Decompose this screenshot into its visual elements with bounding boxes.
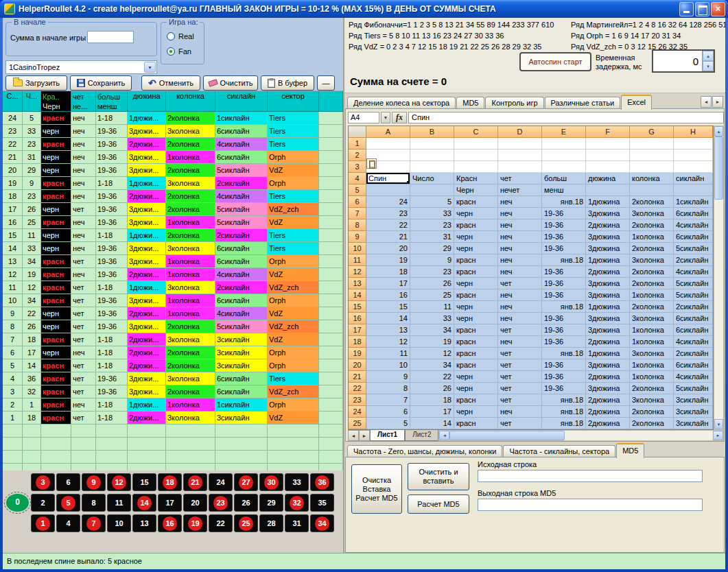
close-button[interactable]: × xyxy=(711,2,725,16)
cell-B4[interactable]: Число xyxy=(410,173,454,184)
cell-D2[interactable] xyxy=(498,150,542,161)
cell-F11[interactable]: 1дюжина xyxy=(586,254,630,266)
cell-D8[interactable]: неч xyxy=(498,219,542,231)
cell-C15[interactable]: черн xyxy=(454,301,498,313)
cell-A11[interactable]: 19 xyxy=(366,254,410,266)
sheet-tab-лист1[interactable]: Лист1 xyxy=(370,430,405,441)
cell-C11[interactable]: красн xyxy=(454,254,498,266)
cell-G15[interactable]: 2колонка xyxy=(630,301,674,313)
cell-H2[interactable] xyxy=(674,150,713,161)
load-button[interactable]: Загрузить xyxy=(5,75,67,91)
start-sum-input[interactable] xyxy=(87,31,134,43)
row-header-13[interactable]: 13 xyxy=(349,278,366,289)
board-cell-15[interactable]: 15 xyxy=(132,473,156,491)
cell-A5[interactable] xyxy=(366,184,410,196)
cell-D22[interactable]: чет xyxy=(498,383,542,394)
row-header-20[interactable]: 20 xyxy=(349,359,366,371)
scroll-right-icon[interactable]: ► xyxy=(713,431,723,440)
tab-excel[interactable]: Excel xyxy=(621,95,652,110)
cell-A20[interactable]: 10 xyxy=(366,359,410,371)
cell-B15[interactable]: 11 xyxy=(410,301,454,313)
cell-H8[interactable]: 4сиклайн xyxy=(674,219,713,231)
board-cell-1[interactable]: 1 xyxy=(31,514,55,532)
cell-F17[interactable]: 3дюжина xyxy=(586,324,630,336)
casino-select[interactable]: 1CasinoTropez ▼ xyxy=(5,60,157,74)
column-header-D[interactable]: D xyxy=(498,126,542,138)
cell-G4[interactable]: колонка xyxy=(630,173,674,184)
cell-E16[interactable]: 19-36 xyxy=(542,313,586,324)
row-header-15[interactable]: 15 xyxy=(349,301,366,313)
row-header-14[interactable]: 14 xyxy=(349,289,366,301)
cell-H11[interactable]: 2сиклайн xyxy=(674,254,713,266)
cell-D20[interactable]: чет xyxy=(498,359,542,371)
cell-G1[interactable] xyxy=(630,138,674,150)
cell-H14[interactable]: 5сиклайн xyxy=(674,289,713,301)
cell-B18[interactable]: 19 xyxy=(410,336,454,348)
column-header-B[interactable]: B xyxy=(410,126,454,138)
cell-B3[interactable] xyxy=(410,161,454,173)
cell-D1[interactable] xyxy=(498,138,542,150)
tab-scroll-left-icon[interactable]: ◄ xyxy=(701,96,712,108)
cell-H5[interactable] xyxy=(674,184,713,196)
board-cell-24[interactable]: 24 xyxy=(209,473,233,491)
cell-A1[interactable] xyxy=(366,138,410,150)
cell-A14[interactable]: 16 xyxy=(366,289,410,301)
cell-A13[interactable]: 17 xyxy=(366,278,410,289)
cell-F7[interactable]: 3дюжина xyxy=(586,208,630,219)
row-header-10[interactable]: 10 xyxy=(349,243,366,254)
cell-B11[interactable]: 9 xyxy=(410,254,454,266)
cell-H25[interactable]: 3сиклайн xyxy=(674,418,713,429)
cell-D24[interactable]: неч xyxy=(498,406,542,418)
board-cell-31[interactable]: 31 xyxy=(285,514,309,532)
cell-B24[interactable]: 17 xyxy=(410,406,454,418)
cell-G19[interactable]: 3колонка xyxy=(630,348,674,359)
cell-G3[interactable] xyxy=(630,161,674,173)
cell-F20[interactable]: 3дюжина xyxy=(586,359,630,371)
h-scroll-track[interactable] xyxy=(565,431,713,440)
cell-B23[interactable]: 18 xyxy=(410,394,454,406)
clear-button[interactable]: Очистить xyxy=(203,75,258,91)
cell-C17[interactable]: красн xyxy=(454,324,498,336)
board-cell-33[interactable]: 33 xyxy=(285,473,309,491)
cell-E2[interactable] xyxy=(542,150,586,161)
cell-A17[interactable]: 13 xyxy=(366,324,410,336)
cell-E14[interactable]: 19-36 xyxy=(542,289,586,301)
cell-C24[interactable]: черн xyxy=(454,406,498,418)
cell-F25[interactable]: 2дюжина xyxy=(586,418,630,429)
cell-E12[interactable]: 19-36 xyxy=(542,266,586,278)
cell-E3[interactable] xyxy=(542,161,586,173)
cell-D7[interactable]: неч xyxy=(498,208,542,219)
cell-H6[interactable]: 1сиклайн xyxy=(674,196,713,208)
cell-H24[interactable]: 3сиклайн xyxy=(674,406,713,418)
sheet-nav-left-icon[interactable]: ◄ xyxy=(348,430,359,441)
cell-A15[interactable]: 15 xyxy=(366,301,410,313)
row-header-2[interactable]: 2 xyxy=(349,150,366,161)
row-header-4[interactable]: 4 xyxy=(349,173,366,184)
board-cell-2[interactable]: 2 xyxy=(31,494,55,512)
column-header-C[interactable]: C xyxy=(454,126,498,138)
cell-A25[interactable]: 5 xyxy=(366,418,410,429)
cell-H20[interactable]: 6сиклайн xyxy=(674,359,713,371)
cell-E13[interactable]: 19-36 xyxy=(542,278,586,289)
cell-C7[interactable]: черн xyxy=(454,208,498,219)
cell-F24[interactable]: 2дюжина xyxy=(586,406,630,418)
cell-A16[interactable]: 14 xyxy=(366,313,410,324)
cell-B13[interactable]: 26 xyxy=(410,278,454,289)
dropdown-arrow-icon[interactable]: ▼ xyxy=(144,62,156,73)
cell-E18[interactable]: 19-36 xyxy=(542,336,586,348)
board-cell-3[interactable]: 3 xyxy=(31,473,55,491)
cell-B8[interactable]: 23 xyxy=(410,219,454,231)
cell-H10[interactable]: 5сиклайн xyxy=(674,243,713,254)
cell-C25[interactable]: красн xyxy=(454,418,498,429)
board-cell-4[interactable]: 4 xyxy=(56,514,80,532)
board-cell-18[interactable]: 18 xyxy=(158,473,182,491)
cell-B14[interactable]: 25 xyxy=(410,289,454,301)
cell-G8[interactable]: 2колонка xyxy=(630,219,674,231)
cell-D21[interactable]: чет xyxy=(498,371,542,383)
cell-C14[interactable]: красн xyxy=(454,289,498,301)
cell-G18[interactable]: 1колонка xyxy=(630,336,674,348)
board-cell-32[interactable]: 32 xyxy=(285,494,309,512)
v-scroll-thumb[interactable] xyxy=(714,136,723,200)
board-cell-19[interactable]: 19 xyxy=(183,514,207,532)
radio-fan[interactable]: Fan xyxy=(167,47,191,56)
